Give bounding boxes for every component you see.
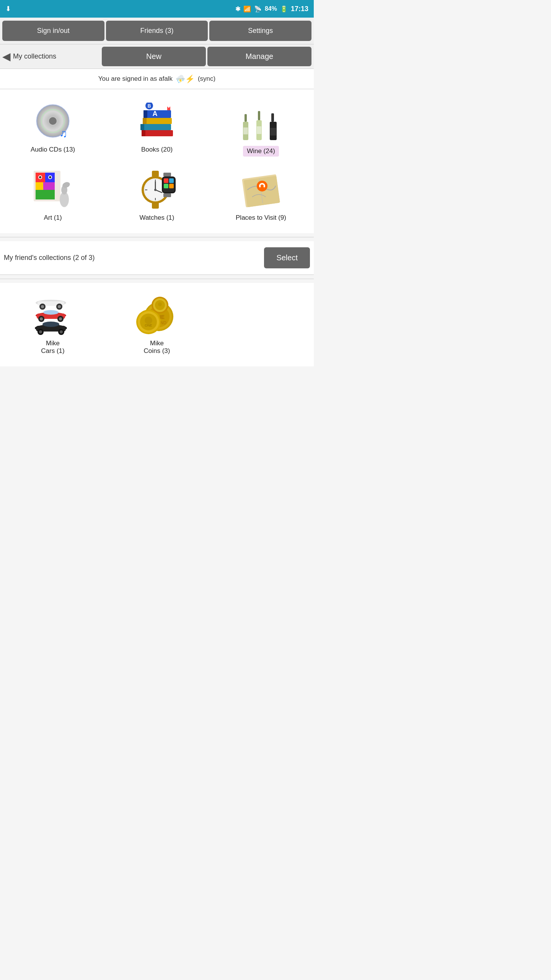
svg-point-84 <box>60 330 63 333</box>
new-button[interactable]: New <box>102 47 206 66</box>
svg-rect-56 <box>169 184 174 188</box>
wine-label: Wine (24) <box>243 146 279 157</box>
collection-item-mike-cars[interactable]: Mike Cars (1) <box>4 291 102 358</box>
nav-left: ◀ My collections <box>2 47 100 66</box>
wine-icon <box>236 101 286 143</box>
svg-rect-9 <box>143 118 172 124</box>
signed-in-text: You are signed in as afalk <box>98 75 173 83</box>
svg-rect-54 <box>169 178 174 183</box>
svg-rect-25 <box>270 128 276 136</box>
svg-rect-31 <box>36 190 55 199</box>
svg-rect-8 <box>140 124 144 130</box>
collection-item-mike-coins[interactable]: ONE POUND ONE Mike Coins (3) <box>108 291 206 358</box>
svg-point-75 <box>40 317 43 320</box>
svg-rect-30 <box>43 182 55 190</box>
svg-point-77 <box>59 317 62 320</box>
svg-rect-22 <box>257 126 261 134</box>
svg-text:A: A <box>153 110 158 118</box>
places-label: Places to Visit (9) <box>236 214 286 222</box>
watches-label: Watches (1) <box>139 214 174 222</box>
collections-grid: ♫ Audio CDs (13) <box>4 95 310 228</box>
mike-cars-label: Mike Cars (1) <box>41 340 64 355</box>
watches-icon <box>132 169 182 211</box>
svg-rect-29 <box>36 182 43 190</box>
svg-text:ONE: ONE <box>145 323 152 327</box>
svg-rect-12 <box>143 110 147 118</box>
svg-rect-7 <box>140 124 171 130</box>
svg-rect-39 <box>152 171 159 177</box>
svg-rect-17 <box>245 114 247 122</box>
friends-button[interactable]: Friends (3) <box>106 21 208 41</box>
friends-grid: Mike Cars (1) ONE POUND <box>4 288 310 361</box>
collection-item-wine[interactable]: Wine (24) <box>212 98 310 160</box>
collection-item-art[interactable]: Art (1) <box>4 166 102 225</box>
svg-point-3 <box>49 117 57 125</box>
collections-section: ♫ Audio CDs (13) <box>0 89 314 233</box>
back-arrow-icon[interactable]: ◀ <box>2 50 11 63</box>
collection-item-watches[interactable]: Watches (1) <box>108 166 206 225</box>
friends-collections-section: Mike Cars (1) ONE POUND <box>0 283 314 366</box>
svg-rect-57 <box>163 173 171 176</box>
books-label: Books (20) <box>141 146 173 154</box>
signal-icon: 📡 <box>254 5 262 13</box>
sync-label: (sync) <box>198 75 215 83</box>
books-icon: A B <box>132 101 182 143</box>
wifi-icon: 📶 <box>243 5 251 13</box>
svg-rect-55 <box>164 184 168 188</box>
svg-rect-20 <box>258 111 260 120</box>
signed-in-label: You are signed in as afalk <box>98 75 173 82</box>
download-icon: ⬇ <box>5 5 11 13</box>
time-display: 17:13 <box>291 5 308 13</box>
status-left: ⬇ <box>5 5 11 13</box>
mike-coins-icon: ONE POUND ONE <box>132 294 182 336</box>
svg-rect-10 <box>143 118 147 124</box>
svg-point-46 <box>154 189 156 191</box>
sign-in-button[interactable]: Sign in/out <box>2 21 104 41</box>
svg-point-35 <box>49 176 51 178</box>
mike-cars-icon <box>28 294 78 336</box>
audio-cds-label: Audio CDs (13) <box>31 146 75 154</box>
collection-item-places[interactable]: Places to Visit (9) <box>212 166 310 225</box>
art-label: Art (1) <box>44 214 62 222</box>
svg-point-80 <box>42 322 59 327</box>
collection-item-audio-cds[interactable]: ♫ Audio CDs (13) <box>4 98 102 160</box>
bluetooth-icon: ✱ <box>235 5 240 13</box>
signed-in-banner: You are signed in as afalk ⛈️⚡ (sync) <box>0 69 314 89</box>
friends-section-header: My friend's collections (2 of 3) Select <box>0 241 314 275</box>
nav-row: ◀ My collections New Manage <box>0 44 314 69</box>
svg-point-93 <box>145 317 152 324</box>
collection-item-books[interactable]: A B Books (20) <box>108 98 206 160</box>
manage-button[interactable]: Manage <box>207 47 311 66</box>
svg-rect-60 <box>244 176 280 207</box>
svg-rect-19 <box>243 127 248 134</box>
svg-text:♫: ♫ <box>59 127 67 139</box>
svg-point-82 <box>39 330 42 333</box>
svg-rect-58 <box>163 193 171 197</box>
svg-rect-23 <box>271 113 274 122</box>
select-button[interactable]: Select <box>264 247 310 268</box>
svg-marker-14 <box>167 106 170 110</box>
svg-point-98 <box>158 302 162 306</box>
svg-point-73 <box>43 310 59 315</box>
mike-coins-label: Mike Coins (3) <box>144 340 170 355</box>
my-collections-title: My collections <box>13 52 56 61</box>
svg-rect-5 <box>142 130 173 136</box>
sync-icon: ⛈️⚡ <box>176 74 195 83</box>
status-bar: ⬇ ✱ 📶 📡 84% 🔋 17:13 <box>0 0 314 18</box>
svg-point-70 <box>58 305 61 308</box>
friends-divider <box>0 279 314 279</box>
audio-cds-icon: ♫ <box>28 101 78 143</box>
svg-text:B: B <box>148 103 151 109</box>
art-icon <box>28 169 78 211</box>
top-buttons-row: Sign in/out Friends (3) Settings <box>0 18 314 44</box>
svg-point-33 <box>39 176 41 178</box>
svg-point-63 <box>261 185 264 188</box>
friends-collections-title: My friend's collections (2 of 3) <box>4 254 264 262</box>
svg-rect-53 <box>164 178 168 183</box>
places-icon <box>236 169 286 211</box>
svg-point-68 <box>41 305 44 308</box>
battery-text: 84% <box>265 5 277 12</box>
settings-button[interactable]: Settings <box>209 21 311 41</box>
status-right: ✱ 📶 📡 84% 🔋 17:13 <box>235 5 308 13</box>
svg-rect-6 <box>142 130 145 136</box>
